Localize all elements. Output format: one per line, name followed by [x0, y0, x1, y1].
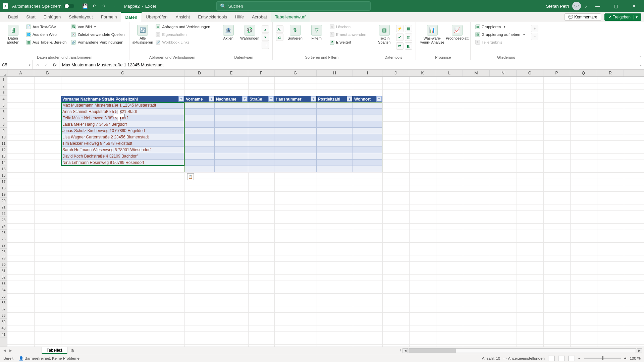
column-headers[interactable]: ABCDEFGHIJKLMNOPQR: [7, 70, 644, 77]
row-header[interactable]: 12: [0, 147, 7, 153]
row-header[interactable]: 21: [0, 204, 7, 210]
table-cell[interactable]: [184, 147, 215, 153]
table-cell[interactable]: [184, 153, 215, 160]
table-cell[interactable]: Max Mustermann Musterstraße 1 12345 Must…: [61, 102, 184, 109]
table-cell[interactable]: Tim Becker Feldweg 8 45678 Feldstadt: [61, 140, 184, 147]
remove-duplicates-icon[interactable]: ▦: [405, 25, 412, 32]
group-button[interactable]: ⊞Gruppieren▾: [474, 23, 526, 30]
table-cell[interactable]: Nina Lehmann Rosenweg 9 56789 Rosendorf: [61, 160, 184, 166]
row-header[interactable]: 24: [0, 223, 7, 230]
row-header[interactable]: 25: [0, 230, 7, 236]
table-cell[interactable]: [353, 102, 382, 109]
table-cell[interactable]: [215, 153, 248, 160]
data-validation-icon[interactable]: ✔: [396, 34, 404, 41]
filter-dropdown-icon[interactable]: ▾: [311, 96, 316, 102]
table-cell[interactable]: [317, 109, 353, 115]
table-cell[interactable]: [317, 147, 353, 153]
table-cell[interactable]: [353, 147, 382, 153]
table-cell[interactable]: [353, 166, 382, 172]
table-cell[interactable]: [215, 134, 248, 140]
ribbon-tab-formeln[interactable]: Formeln: [97, 12, 121, 22]
table-cell[interactable]: [317, 153, 353, 160]
row-header[interactable]: 35: [0, 293, 7, 300]
table-header[interactable]: Vorname Nachname Straße Postleitzahl▾: [61, 96, 184, 102]
table-cell[interactable]: [184, 160, 215, 166]
zoom-slider[interactable]: [584, 358, 621, 359]
autosave-toggle[interactable]: Automatisches Speichern: [12, 4, 74, 9]
row-header[interactable]: 16: [0, 172, 7, 179]
normal-view-icon[interactable]: [548, 356, 555, 361]
select-all-corner[interactable]: [0, 70, 7, 77]
name-box[interactable]: C5▾: [0, 60, 33, 69]
table-cell[interactable]: [215, 128, 248, 134]
table-cell[interactable]: [215, 102, 248, 109]
table-header[interactable]: Postleitzahl▾: [317, 96, 353, 102]
table-cell[interactable]: [317, 166, 353, 172]
table-cell[interactable]: [274, 160, 317, 166]
table-cell[interactable]: [184, 102, 215, 109]
ribbon-tab-seitenlayout[interactable]: Seitenlayout: [65, 12, 97, 22]
maximize-icon[interactable]: ▢: [608, 0, 623, 12]
table-cell[interactable]: [353, 140, 382, 147]
table-cell[interactable]: [353, 134, 382, 140]
table-cell[interactable]: [274, 134, 317, 140]
advanced-filter-button[interactable]: ⧩Erweitert: [328, 39, 368, 46]
row-header[interactable]: 36: [0, 300, 7, 306]
ribbon-tab-acrobat[interactable]: Acrobat: [248, 12, 271, 22]
col-header-M[interactable]: M: [463, 70, 490, 76]
row-headers[interactable]: 1234567891011121314151617181920212223242…: [0, 77, 7, 347]
table-cell[interactable]: [248, 160, 274, 166]
table-cell[interactable]: Lisa Wagner Gartenstraße 2 23456 Blumens…: [61, 134, 184, 140]
what-if-button[interactable]: 📊Was-wäre-wenn- Analyse: [419, 23, 445, 44]
display-settings-button[interactable]: ▭ Anzeigeeinstellungen: [503, 356, 545, 361]
table-cell[interactable]: [248, 102, 274, 109]
table-cell[interactable]: [248, 109, 274, 115]
existing-connections-button[interactable]: 🔗Vorhandene Verbindungen: [70, 39, 126, 46]
row-header[interactable]: 31: [0, 268, 7, 274]
col-header-H[interactable]: H: [317, 70, 353, 76]
table-cell[interactable]: [317, 160, 353, 166]
row-header[interactable]: 32: [0, 274, 7, 281]
horizontal-scrollbar[interactable]: ◀ ▶: [402, 348, 644, 353]
relationships-icon[interactable]: ⇄: [396, 42, 404, 50]
zoom-level[interactable]: 100 %: [630, 356, 641, 360]
table-cell[interactable]: [184, 121, 215, 128]
row-header[interactable]: 41: [0, 331, 7, 338]
get-data-button[interactable]: 🗄 Daten abrufen: [3, 23, 23, 44]
ungroup-button[interactable]: ⊟Gruppierung aufheben▾: [474, 31, 526, 38]
col-header-P[interactable]: P: [543, 70, 570, 76]
row-header[interactable]: 19: [0, 191, 7, 198]
col-header-E[interactable]: E: [215, 70, 248, 76]
toggle-off-icon[interactable]: [64, 4, 74, 8]
close-icon[interactable]: ✕: [627, 0, 641, 12]
sort-asc-icon[interactable]: A↓: [276, 25, 283, 33]
table-header[interactable]: Wohnort▾: [353, 96, 382, 102]
col-header-B[interactable]: B: [34, 70, 61, 76]
table-cell[interactable]: [274, 109, 317, 115]
table-cell[interactable]: [248, 128, 274, 134]
row-header[interactable]: 40: [0, 325, 7, 331]
ribbon-tab-ansicht[interactable]: Ansicht: [172, 12, 194, 22]
zoom-out-icon[interactable]: −: [578, 356, 581, 360]
paste-options-icon[interactable]: 📋: [187, 173, 194, 180]
col-header-D[interactable]: D: [184, 70, 215, 76]
table-cell[interactable]: [215, 121, 248, 128]
row-header[interactable]: 8: [0, 121, 7, 128]
qa-customize-icon[interactable]: ⋯: [109, 2, 117, 10]
table-cell[interactable]: Jonas Schulz Kirchenweg 10 67890 Hügeldo…: [61, 128, 184, 134]
row-header[interactable]: 2: [0, 83, 7, 89]
table-cell[interactable]: [248, 115, 274, 121]
spreadsheet-grid[interactable]: ABCDEFGHIJKLMNOPQR 123456789101112131415…: [0, 70, 644, 347]
col-header-A[interactable]: A: [7, 70, 34, 76]
table-cell[interactable]: [274, 115, 317, 121]
save-icon[interactable]: 💾: [81, 2, 89, 10]
gallery-more-icon[interactable]: ⋯: [262, 42, 269, 49]
table-cell[interactable]: [274, 140, 317, 147]
redo-icon[interactable]: ↷: [100, 2, 108, 10]
forecast-button[interactable]: 📈Prognoseblatt: [447, 23, 467, 40]
stocks-button[interactable]: 🏦Aktien: [219, 23, 238, 40]
table-cell[interactable]: [184, 134, 215, 140]
formula-input[interactable]: Max Mustermann Musterstraße 1 12345 Must…: [59, 60, 637, 69]
scroll-right-icon[interactable]: ▶: [637, 348, 642, 353]
table-cell[interactable]: [353, 109, 382, 115]
